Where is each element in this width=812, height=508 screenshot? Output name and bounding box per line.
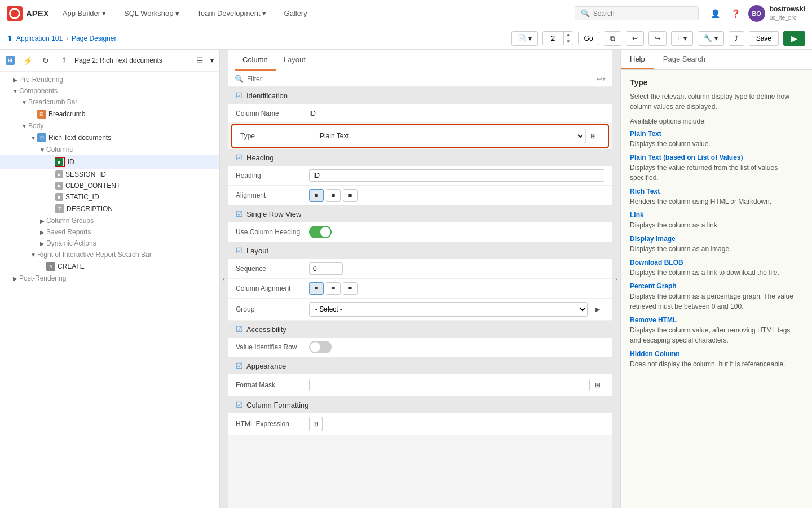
html-options-icon[interactable]: ⊞ [309,417,323,431]
type-options-icon[interactable]: ⊞ [585,129,600,143]
undo-icon: ↩ [632,34,638,42]
page-number-arrows[interactable]: ▲ ▼ [563,32,573,45]
help-item-desc: Displays the column as a link. [630,220,803,230]
search-input[interactable] [593,10,692,17]
page-number-input[interactable]: 2 [543,32,563,45]
align-center-button[interactable]: ≡ [326,189,341,202]
tree-item-col-id[interactable]: ■ ID [0,155,219,169]
filter-input[interactable] [247,75,593,83]
section-appearance[interactable]: ☑ Appearance [228,357,612,374]
tree-item-pre-rendering[interactable]: ▶ Pre-Rendering [0,74,219,85]
tree-item-components[interactable]: ▼ Components [0,85,219,97]
go-button[interactable]: Go [578,32,599,45]
col-align-center-button[interactable]: ≡ [326,282,341,295]
tree-item-breadcrumb[interactable]: ⊟ Breadcrumb [0,108,219,120]
tree-item-columns[interactable]: ▼ Columns [0,144,219,155]
align-right-button[interactable]: ≡ [343,189,358,202]
page-up-arrow[interactable]: ▲ [564,32,573,38]
tree-item-col-clob[interactable]: ■ CLOB_CONTENT [0,180,219,191]
page-down-arrow[interactable]: ▼ [564,38,573,45]
tree-container: ▶ Pre-Rendering ▼ Components ▼ Breadcrum… [0,72,219,508]
help-icon[interactable]: ❓ [728,6,744,21]
group-options-icon[interactable]: ▶ [590,302,604,317]
sequence-input[interactable] [309,262,343,275]
tree-item-right-of-bar[interactable]: ▼ Right of Interactive Report Search Bar [0,249,219,260]
help-item-title: Link [630,211,803,219]
tree-item-col-desc[interactable]: T DESCRIPTION [0,203,219,215]
tab-help[interactable]: Help [621,50,654,69]
share-button[interactable]: ⤴ [729,31,744,46]
help-item-desc: Displays the value returned from the lis… [630,163,803,183]
use-heading-toggle[interactable] [309,226,332,238]
menu-icon[interactable]: ☰ [192,53,207,68]
tree-item-breadcrumb-bar[interactable]: ▼ Breadcrumb Bar [0,97,219,108]
tree-arrow: ▶ [11,275,19,282]
heading-input[interactable] [309,169,604,182]
section-identification[interactable]: ☑ Identification [228,87,612,104]
format-mask-input[interactable] [309,379,590,391]
format-mask-options-icon[interactable]: ⊞ [590,378,604,392]
help-item-desc: Displays the column as a link to downloa… [630,268,803,278]
notifications-icon[interactable]: 👤 [708,6,723,21]
breadcrumb-app[interactable]: Application 101 [16,34,63,42]
tree-item-col-groups[interactable]: ▶ Column Groups [0,215,219,226]
run-button[interactable]: ▶ [783,31,805,46]
tree-item-rich-text[interactable]: ▼ ⊞ Rich Text documents [0,132,219,144]
nav-team-development[interactable]: Team Development ▾ [193,7,271,20]
section-single-row[interactable]: ☑ Single Row View [228,205,612,222]
add-button[interactable]: + ▾ [671,31,693,46]
tab-column[interactable]: Column [235,50,276,71]
group-select[interactable]: - Select - [309,302,588,317]
breadcrumb-nav: ⬆ Application 101 › Page Designer [7,34,116,42]
tab-layout[interactable]: Layout [276,50,314,71]
share2-icon[interactable]: ⤴ [56,53,71,68]
tree-item-body[interactable]: ▼ Body [0,120,219,132]
help-item-desc: Displays the column as an image. [630,244,803,254]
refresh-icon[interactable]: ↻ [38,53,53,68]
section-layout[interactable]: ☑ Layout [228,242,612,259]
page-number-control[interactable]: 2 ▲ ▼ [542,31,573,45]
left-collapse-arrow[interactable]: ‹ [220,50,228,508]
nav-sql-workshop[interactable]: SQL Workshop ▾ [120,7,183,20]
right-collapse-arrow[interactable]: › [612,50,620,508]
chevron-down-icon: ▾ [175,9,179,17]
lightning-icon[interactable]: ⚡ [20,53,35,68]
section-column-formatting[interactable]: ☑ Column Formatting [228,396,612,413]
apex-logo[interactable]: APEX [7,6,49,21]
column-name-label: Column Name [236,110,309,117]
nav-gallery[interactable]: Gallery [280,7,312,20]
copy-button[interactable]: ⧉ [604,31,621,46]
type-select[interactable]: Plain Text Plain Text (based on List of … [314,129,585,143]
tree-item-saved-reports[interactable]: ▶ Saved Reports [0,226,219,238]
format-mask-label: Format Mask [236,381,309,389]
tree-item-dynamic-actions[interactable]: ▶ Dynamic Actions [0,238,219,249]
col-align-right-button[interactable]: ≡ [343,282,358,295]
user-avatar[interactable]: BO [748,5,765,22]
redo-button[interactable]: ↪ [648,31,667,46]
section-check-icon: ☑ [236,400,243,409]
wrench-button[interactable]: 🔧 ▾ [698,31,724,46]
search-box[interactable]: 🔍 [575,6,699,20]
section-accessibility[interactable]: ☑ Accessibility [228,321,612,338]
section-heading[interactable]: ☑ Heading [228,149,612,166]
tree-item-col-static[interactable]: ■ STATIC_ID [0,191,219,203]
help-item-title: Download BLOB [630,259,803,266]
align-left-button[interactable]: ≡ [309,189,324,202]
return-icon[interactable]: ↩▾ [597,75,606,83]
col-align-left-button[interactable]: ≡ [309,282,324,295]
page-selector-button[interactable]: 📄 ▾ [511,31,538,46]
nav-app-builder[interactable]: App Builder ▾ [58,7,111,20]
tab-page-search[interactable]: Page Search [654,50,714,69]
chevron-down-icon: ▾ [102,9,106,17]
value-identifies-toggle[interactable] [309,341,332,353]
tree-item-post-rendering[interactable]: ▶ Post-Rendering [0,273,219,284]
save-button[interactable]: Save [749,31,779,46]
section-check-icon: ☑ [236,361,243,370]
undo-button[interactable]: ↩ [626,31,644,46]
tree-item-col-session[interactable]: ■ SESSION_ID [0,169,219,180]
breadcrumb-page[interactable]: Page Designer [72,34,116,42]
tree-arrow: ▼ [29,135,37,141]
tree-item-create[interactable]: B CREATE [0,260,219,273]
help-items: Plain TextDisplays the column value.Plai… [630,130,803,369]
right-tabs: Help Page Search [621,50,812,70]
